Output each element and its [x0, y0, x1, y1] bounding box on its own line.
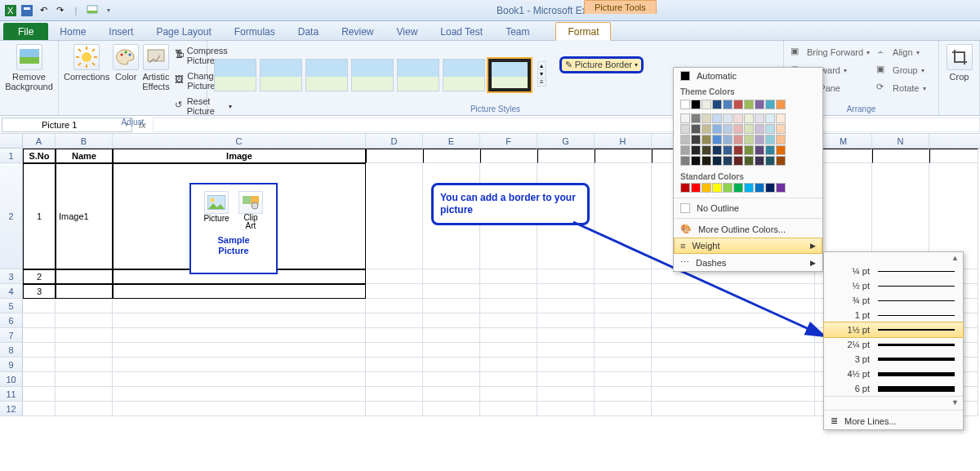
color-swatch[interactable]	[712, 183, 722, 193]
tab-view[interactable]: View	[385, 23, 430, 40]
weight-option[interactable]: ¼ pt	[824, 264, 963, 278]
cell[interactable]: 2	[23, 269, 56, 284]
cell[interactable]: 1	[23, 163, 56, 269]
cell[interactable]	[56, 387, 113, 402]
cell[interactable]	[595, 299, 652, 313]
color-swatch[interactable]	[702, 135, 711, 144]
insert-picture-icon[interactable]: Picture	[202, 191, 231, 230]
cell[interactable]	[537, 299, 595, 313]
color-swatch[interactable]	[723, 183, 733, 193]
cell[interactable]	[23, 343, 56, 358]
picture-style-3[interactable]	[305, 59, 348, 91]
cell[interactable]	[56, 313, 113, 328]
weight-option[interactable]: ¾ pt	[824, 293, 963, 308]
cell[interactable]	[537, 269, 595, 284]
qat-dropdown-icon[interactable]: ▾	[101, 3, 116, 18]
select-all-corner[interactable]	[0, 134, 23, 148]
color-swatch[interactable]	[712, 145, 722, 155]
corrections-button[interactable]: Corrections	[64, 42, 109, 82]
cell[interactable]	[480, 313, 537, 328]
cell[interactable]	[595, 402, 652, 416]
color-swatch[interactable]	[776, 145, 786, 155]
cell[interactable]	[480, 343, 537, 358]
color-swatch[interactable]	[776, 135, 786, 144]
cell[interactable]	[23, 358, 56, 372]
color-swatch[interactable]	[744, 100, 754, 109]
cell[interactable]	[537, 358, 595, 372]
cell[interactable]	[537, 387, 595, 402]
cell[interactable]	[113, 328, 366, 343]
cell[interactable]	[595, 343, 652, 358]
cell[interactable]	[366, 372, 423, 387]
color-swatch[interactable]	[755, 124, 764, 134]
row-header-4[interactable]: 4	[0, 284, 23, 299]
color-swatch[interactable]	[702, 183, 711, 193]
cell[interactable]	[480, 284, 537, 299]
tab-review[interactable]: Review	[330, 23, 385, 40]
cell[interactable]	[595, 328, 652, 343]
cell[interactable]	[366, 163, 423, 269]
column-header-N[interactable]: N	[872, 134, 929, 148]
row-header-2[interactable]: 2	[0, 163, 23, 269]
color-swatch[interactable]	[765, 124, 775, 134]
cell[interactable]	[113, 372, 366, 387]
cell[interactable]	[423, 358, 480, 372]
color-swatch[interactable]	[733, 156, 743, 166]
cell[interactable]	[595, 163, 652, 269]
color-swatch[interactable]	[776, 100, 786, 109]
color-swatch[interactable]	[744, 113, 754, 123]
cell[interactable]	[652, 387, 815, 402]
column-header-M[interactable]: M	[815, 134, 872, 148]
color-swatch[interactable]	[712, 113, 722, 123]
cell[interactable]	[652, 299, 815, 313]
column-header-G[interactable]: G	[537, 134, 595, 148]
dashes-submenu-item[interactable]: ⋯ Dashes ▶	[674, 254, 822, 271]
color-swatch[interactable]	[691, 124, 701, 134]
color-swatch[interactable]	[765, 100, 775, 109]
cell[interactable]	[595, 387, 652, 402]
picture-style-6[interactable]	[443, 59, 485, 91]
picture-style-7[interactable]	[488, 59, 531, 91]
color-swatch[interactable]	[765, 113, 775, 123]
cell[interactable]	[113, 387, 366, 402]
cell[interactable]	[23, 387, 56, 402]
column-header-E[interactable]: E	[423, 134, 480, 148]
gallery-up-icon[interactable]: ▴	[538, 62, 546, 70]
cell[interactable]	[23, 313, 56, 328]
color-swatch[interactable]	[744, 145, 754, 155]
color-swatch[interactable]	[755, 156, 764, 166]
cell[interactable]	[537, 284, 595, 299]
weight-option[interactable]: 6 pt	[824, 381, 963, 396]
picture-style-2[interactable]	[260, 59, 302, 91]
weight-option[interactable]: 3 pt	[824, 352, 963, 367]
cell[interactable]	[366, 313, 423, 328]
column-header-C[interactable]: C	[113, 134, 366, 148]
color-swatch[interactable]	[765, 135, 775, 144]
color-swatch[interactable]	[691, 113, 701, 123]
color-swatch[interactable]	[733, 113, 743, 123]
cell[interactable]	[423, 343, 480, 358]
color-swatch[interactable]	[755, 183, 764, 193]
picture-border-button[interactable]: ✎ Picture Border ▾	[559, 56, 644, 73]
cell[interactable]	[56, 328, 113, 343]
cell[interactable]	[423, 299, 480, 313]
picture-style-4[interactable]	[351, 59, 394, 91]
redo-icon[interactable]: ↷	[52, 3, 67, 18]
color-swatch[interactable]	[733, 183, 743, 193]
color-swatch[interactable]	[723, 113, 733, 123]
cell[interactable]	[652, 372, 815, 387]
cell[interactable]	[56, 284, 113, 299]
cell[interactable]	[366, 149, 423, 163]
file-tab[interactable]: File	[3, 23, 48, 40]
color-swatch[interactable]	[776, 124, 786, 134]
cell[interactable]	[366, 299, 423, 313]
color-swatch[interactable]	[680, 100, 690, 109]
color-swatch[interactable]	[755, 113, 764, 123]
save-icon[interactable]	[20, 3, 34, 18]
cell[interactable]	[595, 284, 652, 299]
cell[interactable]	[423, 269, 480, 284]
crop-button[interactable]: Crop	[944, 42, 974, 82]
color-swatch[interactable]	[712, 135, 722, 144]
picture-style-5[interactable]	[397, 59, 439, 91]
color-swatch[interactable]	[680, 113, 690, 123]
